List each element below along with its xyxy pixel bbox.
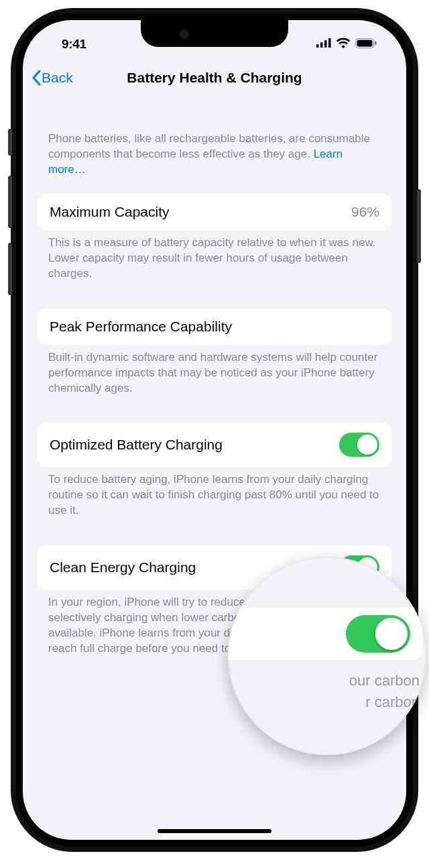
- home-indicator[interactable]: [158, 829, 271, 833]
- magnified-clean-energy-row: [228, 608, 422, 660]
- intro-text: Phone batteries, like all rechargeable b…: [38, 126, 391, 184]
- side-button: [417, 189, 421, 263]
- maximum-capacity-value: 96%: [351, 204, 379, 220]
- mute-switch: [8, 129, 12, 156]
- notch: [141, 20, 288, 47]
- optimized-charging-toggle[interactable]: [339, 433, 379, 457]
- maximum-capacity-label: Maximum Capacity: [50, 204, 170, 220]
- wifi-icon: [336, 38, 351, 51]
- magnified-text-line1: our carbon: [240, 671, 420, 692]
- magnified-clean-energy-toggle[interactable]: [346, 615, 410, 653]
- magnified-text-line2: r carbon: [240, 692, 420, 713]
- toggle-knob: [357, 435, 377, 455]
- volume-up-button: [8, 176, 12, 228]
- page-title: Battery Health & Charging: [23, 70, 406, 86]
- svg-rect-3: [328, 38, 331, 48]
- optimized-charging-label: Optimized Battery Charging: [50, 437, 223, 453]
- spacer: [38, 184, 391, 194]
- nav-bar: Back Battery Health & Charging: [23, 59, 406, 97]
- peak-performance-row[interactable]: Peak Performance Capability: [38, 309, 391, 345]
- svg-rect-5: [357, 40, 373, 46]
- chevron-left-icon: [31, 70, 42, 86]
- toggle-knob: [375, 618, 408, 650]
- svg-rect-1: [320, 42, 323, 48]
- optimized-charging-row: Optimized Battery Charging: [38, 423, 391, 467]
- status-time: 9:41: [62, 37, 86, 52]
- spacer: [38, 402, 391, 423]
- svg-rect-6: [375, 41, 377, 45]
- volume-down-button: [8, 243, 12, 295]
- magnifier-overlay: our carbon r carbon: [228, 557, 426, 755]
- clean-energy-label: Clean Energy Charging: [50, 559, 196, 576]
- back-label: Back: [42, 70, 73, 86]
- svg-rect-2: [324, 40, 327, 48]
- peak-performance-footer: Built-in dynamic software and hardware s…: [38, 345, 391, 403]
- magnifier-inner: our carbon r carbon: [228, 557, 426, 755]
- maximum-capacity-row[interactable]: Maximum Capacity 96%: [38, 194, 391, 230]
- svg-rect-0: [316, 44, 319, 48]
- status-right: [316, 38, 377, 51]
- back-button[interactable]: Back: [31, 70, 73, 86]
- optimized-charging-footer: To reduce battery aging, iPhone learns f…: [38, 467, 391, 525]
- spacer: [38, 288, 391, 309]
- spacer: [38, 525, 391, 545]
- battery-icon: [355, 38, 377, 51]
- maximum-capacity-footer: This is a measure of battery capacity re…: [38, 230, 391, 288]
- cellular-icon: [316, 38, 331, 50]
- peak-performance-label: Peak Performance Capability: [50, 319, 232, 335]
